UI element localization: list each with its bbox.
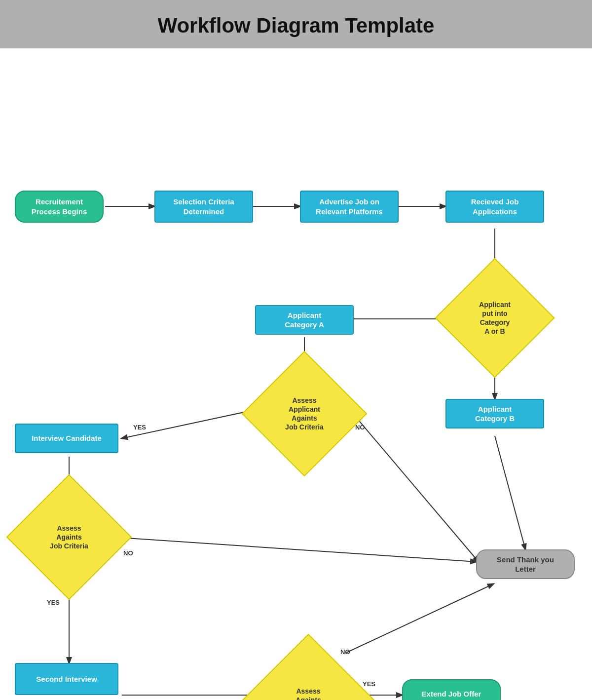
yes-label-assess-final: YES: [363, 680, 375, 688]
page-header: Workflow Diagram Template: [0, 0, 592, 48]
category-decision-node: Applicantput intoCategoryA or B: [435, 258, 555, 378]
category-b-node: ApplicantCategory B: [445, 399, 544, 428]
svg-line-9: [495, 436, 525, 549]
no-label-assess-interview: NO: [123, 549, 133, 557]
diagram-area: YES NO NO YES YES NO RecruitementProcess…: [0, 63, 592, 700]
selection-node: Selection CriteriaDetermined: [154, 191, 253, 223]
thank-you-node: Send Thank youLetter: [476, 549, 575, 579]
svg-line-15: [345, 584, 493, 653]
yes-label-assess-interview: YES: [47, 599, 60, 606]
interview-node: Interview Candidate: [15, 424, 118, 453]
advertise-node: Advertise Job onRelevant Platforms: [300, 191, 399, 223]
yes-label-assess-a: YES: [133, 424, 146, 431]
assess-a-node: AssessApplicantAgaintsJob Criteria: [242, 351, 368, 477]
received-node: Recieved JobApplications: [445, 191, 544, 223]
page-title: Workflow Diagram Template: [10, 14, 582, 38]
svg-line-8: [349, 409, 479, 562]
svg-line-11: [113, 537, 476, 562]
extend-offer-node: Extend Job Offer: [402, 679, 501, 700]
second-interview-node: Second Interview: [15, 663, 118, 695]
assess-final-node: AssessAgaintsCriteria: [242, 634, 375, 700]
no-label-assess-a: NO: [355, 424, 365, 431]
recruitment-node: RecruitementProcess Begins: [15, 191, 104, 223]
category-a-node: ApplicantCategory A: [255, 305, 354, 335]
assess-interview-node: AssessAgaintsJob Criteria: [6, 474, 132, 600]
